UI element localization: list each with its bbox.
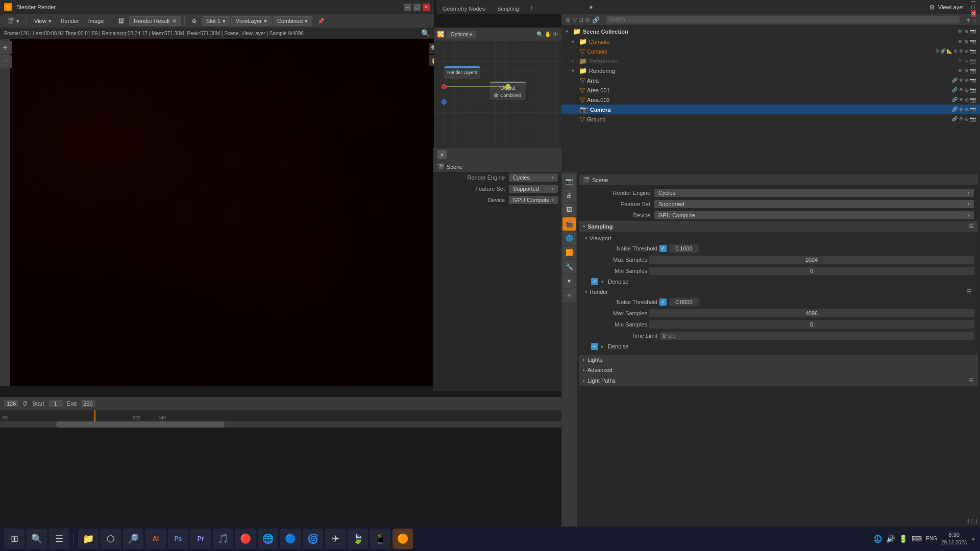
mobile-app-button[interactable]: 📱 bbox=[370, 529, 390, 549]
view-layer-dropdown[interactable]: ViewLayer ▾ bbox=[231, 16, 272, 26]
node-editor[interactable]: Output Combined Render Layers bbox=[434, 41, 561, 148]
blender-taskbar-btn[interactable]: 🟠 bbox=[393, 529, 413, 549]
pin-icon[interactable]: 📌 bbox=[313, 17, 329, 26]
max-samples-r-value[interactable]: 4096 bbox=[649, 309, 974, 317]
props-icon-object[interactable]: 🟧 bbox=[562, 246, 576, 259]
item-ground[interactable]: ▽ Ground 🔗 👁 ⊕ 📷 bbox=[561, 114, 980, 124]
noise-threshold-vp-value[interactable]: 0.1000 bbox=[669, 244, 699, 253]
render-engine-main-dropdown[interactable]: Cycles ▾ bbox=[654, 189, 974, 197]
props-icon-particles[interactable]: ✦ bbox=[562, 274, 576, 288]
feature-set-main-dropdown[interactable]: Supported ▾ bbox=[654, 200, 974, 208]
min-samples-vp-value[interactable]: 0 bbox=[649, 267, 974, 275]
advanced-section-header[interactable]: ▸ Advanced bbox=[579, 365, 978, 375]
scrollbar-thumb[interactable] bbox=[56, 421, 225, 428]
sc-filter2[interactable]: ▽ bbox=[572, 16, 577, 23]
viewport-subsection-header[interactable]: ▾ Viewport bbox=[583, 234, 974, 243]
light-paths-section-header[interactable]: ▸ Light Paths ☰ bbox=[579, 375, 978, 386]
props-icon-scene[interactable]: 🎬 bbox=[562, 217, 576, 231]
image-type-icon[interactable]: 🖼 bbox=[114, 17, 128, 25]
tool-select[interactable]: ✛ bbox=[0, 41, 12, 54]
chrome-button[interactable]: 🔵 bbox=[280, 529, 301, 549]
render-icon2[interactable]: 📷 bbox=[970, 29, 976, 34]
browser-button[interactable]: 🌀 bbox=[303, 529, 323, 549]
min-samples-r-value[interactable]: 0 bbox=[649, 320, 974, 329]
render-subsection-header[interactable]: ▾ Render ☰ bbox=[583, 287, 974, 296]
ai-button[interactable]: Ai bbox=[145, 529, 166, 549]
item-area001[interactable]: ▽ Area.001 🔗 👁 ⊕ 📷 bbox=[561, 85, 980, 95]
feature-set-dropdown[interactable]: Supported ▾ bbox=[509, 185, 558, 193]
props-icon-physics[interactable]: ⚛ bbox=[562, 289, 576, 302]
timeline-track[interactable]: 00 220 240 bbox=[0, 410, 561, 421]
close-button[interactable]: ✕ bbox=[423, 4, 430, 11]
node-close-btn[interactable]: ✕ bbox=[437, 150, 447, 159]
light-paths-menu[interactable]: ☰ bbox=[969, 377, 974, 384]
tab-scripting[interactable]: Scripting bbox=[491, 3, 525, 14]
current-frame-field[interactable]: 126 bbox=[4, 400, 18, 407]
start-button[interactable]: ⊞ bbox=[4, 529, 24, 549]
noise-threshold-vp-checkbox[interactable]: ✓ bbox=[659, 245, 667, 252]
right-maximize-btn[interactable]: □ bbox=[971, 4, 976, 10]
node-type-icon[interactable]: 🔀 bbox=[437, 31, 445, 38]
editor-type-dropdown[interactable]: 🎬 ▾ bbox=[3, 17, 23, 26]
scene-collection-root[interactable]: ▾ 📁 Scene Collection 👁 ⊕ 📷 bbox=[561, 26, 980, 37]
denoise-vp-checkbox[interactable]: ✓ bbox=[591, 278, 598, 285]
tool-box[interactable]: ⬚ bbox=[0, 55, 12, 68]
noise-threshold-r-checkbox[interactable]: ✓ bbox=[659, 298, 667, 306]
ableton-button[interactable]: 🎵 bbox=[213, 529, 233, 549]
network-icon[interactable]: 🌐 bbox=[873, 535, 882, 543]
item-console[interactable]: ▽ Console ⚙ 🔗 📐 ⊕ 👁 ⊕ 📷 bbox=[561, 46, 980, 56]
sampling-menu-icon[interactable]: ☰ bbox=[969, 223, 974, 230]
minimize-button[interactable]: ─ bbox=[404, 4, 411, 11]
tab-geometry-nodes[interactable]: Geometry Nodes bbox=[436, 3, 491, 14]
start-frame-field[interactable]: 1 bbox=[48, 400, 63, 407]
info-search-icon[interactable]: 🔍 bbox=[421, 29, 430, 37]
sc-filter5[interactable]: 🔗 bbox=[592, 16, 600, 23]
firefox-button[interactable]: 🌐 bbox=[258, 529, 278, 549]
props-icon-world[interactable]: 🌐 bbox=[562, 232, 576, 245]
node-tool2[interactable]: ✋ bbox=[545, 31, 552, 38]
detective-button[interactable]: 🔎 bbox=[123, 529, 143, 549]
props-icon-output[interactable]: 🖨 bbox=[562, 189, 576, 202]
widgets-button[interactable]: ☰ bbox=[49, 529, 69, 549]
lights-section-header[interactable]: ▸ Lights bbox=[579, 355, 978, 365]
node-tool1[interactable]: 🔍 bbox=[536, 31, 544, 38]
device-main-dropdown[interactable]: GPU Compute ▾ bbox=[654, 211, 974, 219]
node-tool3[interactable]: 👁 bbox=[553, 31, 558, 38]
render-viewport[interactable]: 🔍 ✋ bbox=[10, 39, 444, 386]
collection-references[interactable]: ▸ 📁 References 👁 ⊕ 📷 bbox=[561, 56, 980, 66]
collection-console[interactable]: ▾ 📁 Console 👁 ⊕ 📷 bbox=[561, 37, 980, 46]
folder-button[interactable]: 📁 bbox=[78, 529, 99, 549]
disable-icon[interactable]: ⊕ bbox=[964, 29, 968, 34]
right-minimize-btn[interactable]: ─ bbox=[971, 0, 976, 4]
keyboard-icon[interactable]: ⌨ bbox=[912, 535, 922, 543]
denoise-render-header[interactable]: ✓ ▸ Denoise bbox=[583, 341, 974, 352]
props-icon-render[interactable]: 📷 bbox=[562, 174, 576, 188]
image-menu[interactable]: Image bbox=[84, 17, 108, 25]
collection-rendering[interactable]: ▾ 📁 Rendering 👁 ⊕ 📷 bbox=[561, 66, 980, 76]
sc-filter-toggle[interactable]: ≡ bbox=[973, 17, 976, 23]
max-samples-vp-value[interactable]: 1024 bbox=[649, 256, 974, 264]
denoise-r-checkbox[interactable]: ✓ bbox=[591, 343, 598, 350]
item-area002[interactable]: ▽ Area.002 🔗 👁 ⊕ 📷 bbox=[561, 95, 980, 105]
combined-dropdown[interactable]: Combined ▾ bbox=[273, 16, 312, 26]
end-frame-field[interactable]: 250 bbox=[81, 400, 95, 407]
timeline-scrollbar[interactable] bbox=[0, 421, 561, 428]
system-clock[interactable]: 8:30 29.12.2023 bbox=[941, 531, 967, 546]
denoise-viewport-header[interactable]: ✓ ▾ Denoise bbox=[583, 277, 974, 287]
sc-filter1[interactable]: ⊕ bbox=[566, 16, 571, 23]
render-menu[interactable]: Render bbox=[57, 17, 83, 25]
slot-dropdown[interactable]: Slot 1 ▾ bbox=[202, 16, 230, 26]
node-options-btn[interactable]: Options ▾ bbox=[447, 31, 476, 38]
telegram-button[interactable]: ✈ bbox=[325, 529, 346, 549]
sampling-header[interactable]: ▾ Sampling ☰ bbox=[579, 221, 978, 232]
scene-search-input[interactable] bbox=[606, 16, 960, 23]
vis-icon[interactable]: 👁 bbox=[958, 29, 963, 34]
render-result-dropdown[interactable]: Render Result ✕ bbox=[129, 16, 181, 26]
leaf-app-button[interactable]: 🍃 bbox=[348, 529, 368, 549]
tray-chevron[interactable]: ▲ bbox=[971, 536, 976, 541]
ps-button[interactable]: Ps bbox=[168, 529, 188, 549]
view-menu[interactable]: View ▾ bbox=[30, 17, 56, 26]
right-close-btn[interactable]: ✕ bbox=[971, 10, 976, 17]
item-area[interactable]: ▽ Area 🔗 👁 ⊕ 📷 bbox=[561, 76, 980, 85]
battery-icon[interactable]: 🔋 bbox=[899, 535, 908, 543]
